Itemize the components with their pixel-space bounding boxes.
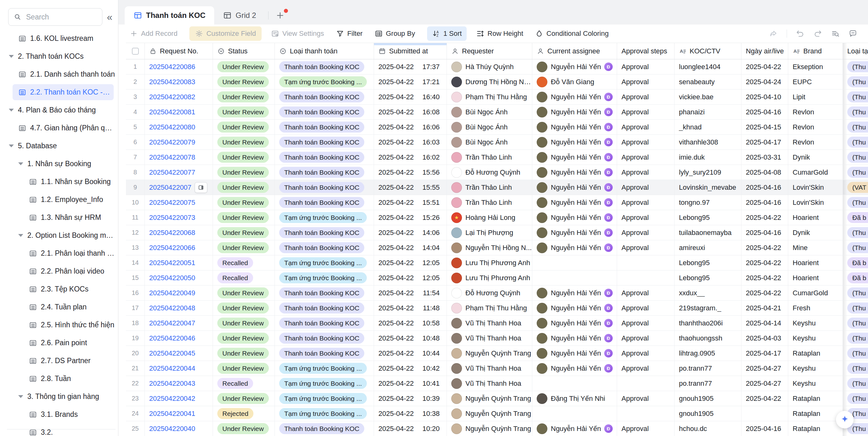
cell-payment-type[interactable]: Thanh toán Booking KOC [275, 225, 374, 240]
cell-submitted-at[interactable]: 2025-04-2210:48 [374, 331, 447, 346]
cell-submitted-at[interactable]: 2025-04-2210:58 [374, 316, 447, 331]
sidebar-item[interactable]: 1.1. Nhân sự Booking [0, 173, 118, 191]
cell-status[interactable]: Under Review [213, 285, 275, 300]
cell-requester[interactable]: Dương Thị Hồng Nh... [447, 74, 532, 89]
sidebar-item[interactable]: 2.1. Danh sách thanh toán [0, 65, 118, 83]
cell-koc-ctv[interactable]: po.trann77 [675, 361, 741, 376]
cell-payment-type[interactable]: Tạm ứng trước Booking ... [275, 406, 374, 421]
cell-loai-ta[interactable]: (Thu [843, 285, 868, 300]
cell-submitted-at[interactable]: 2025-04-2211:54 [374, 285, 447, 300]
cell-current-assignee[interactable]: Nguyễn Hải YếnĐ [532, 195, 617, 210]
cell-koc-ctv[interactable]: thanhthao206i [675, 316, 741, 331]
sidebar-item[interactable]: 1. Nhân sự Booking [0, 155, 118, 173]
cell-air-date[interactable]: 2025-04-22 [741, 210, 788, 225]
table-row[interactable]: 18 202504220047 Under Review Thanh toán … [126, 316, 868, 331]
cell-approval-steps[interactable]: Approval [617, 285, 675, 300]
cell-row-number[interactable]: 7 [126, 150, 145, 165]
cell-brand[interactable]: Rataplan [788, 391, 843, 406]
cell-air-date[interactable]: 2025-04-10 [741, 90, 788, 104]
cell-request-no[interactable]: 202504220075 [145, 195, 213, 210]
column-header-assignee[interactable]: Current assignee [532, 43, 617, 59]
caret-down-icon[interactable] [9, 55, 14, 58]
cell-loai-ta[interactable]: Đã b [843, 210, 868, 225]
column-header-status[interactable]: Status [213, 43, 275, 59]
sidebar-item[interactable]: 2. Thanh toán KOCs [0, 48, 118, 65]
cell-air-date[interactable]: 2025-04-24 [741, 74, 788, 89]
caret-down-icon[interactable] [18, 234, 23, 237]
cell-payment-type[interactable]: Tạm ứng trước Booking ... [275, 376, 374, 391]
cell-request-no[interactable]: 202504220077 [145, 165, 213, 180]
cell-koc-ctv[interactable]: gnouh1905 [675, 391, 741, 406]
cell-koc-ctv[interactable]: gnouh1905 [675, 406, 741, 421]
cell-air-date[interactable]: 2025-03-31 [741, 150, 788, 165]
cell-status[interactable]: Under Review [213, 150, 275, 165]
add-view-button[interactable] [275, 11, 285, 20]
cell-payment-type[interactable]: Thanh toán Booking KOC [275, 180, 374, 195]
cell-status[interactable]: Under Review [213, 90, 275, 104]
cell-submitted-at[interactable]: 2025-04-2210:20 [374, 421, 447, 436]
cell-approval-steps[interactable]: Approval [617, 210, 675, 225]
cell-current-assignee[interactable]: Nguyễn Hải YếnĐ [532, 361, 617, 376]
record-link[interactable]: 202504220086 [149, 63, 195, 71]
column-header-requester[interactable]: Requester [447, 43, 532, 59]
record-link[interactable]: 202504220049 [149, 289, 195, 297]
cell-request-no[interactable]: 202504220047 [145, 316, 213, 331]
cell-air-date[interactable]: 2025-04-22 [741, 391, 788, 406]
cell-approval-steps[interactable]: Approval [617, 180, 675, 195]
cell-requester[interactable]: Hà Thúy Quỳnh [447, 59, 532, 74]
table-row[interactable]: 16 202504220049 Under Review Thanh toán … [126, 285, 868, 301]
cell-current-assignee[interactable]: Nguyễn Hải YếnĐ [532, 285, 617, 300]
cell-brand[interactable]: Rataplan [788, 346, 843, 361]
cell-brand[interactable]: Keyshu [788, 316, 843, 331]
sidebar-item[interactable]: 2.6. Pain point [0, 334, 118, 352]
cell-submitted-at[interactable]: 2025-04-2214:04 [374, 240, 447, 255]
ai-assistant-button[interactable] [836, 411, 854, 429]
cell-status[interactable]: Under Review [213, 195, 275, 210]
cell-current-assignee[interactable]: Nguyễn Hải YếnĐ [532, 120, 617, 134]
cell-status[interactable]: Under Review [213, 361, 275, 376]
cell-approval-steps[interactable]: Approval [617, 120, 675, 134]
cell-current-assignee[interactable]: Nguyễn Hải YếnĐ [532, 135, 617, 150]
record-link[interactable]: 202504220051 [149, 259, 195, 267]
cell-payment-type[interactable]: Thanh toán Booking KOC [275, 195, 374, 210]
cell-submitted-at[interactable]: 2025-04-2216:06 [374, 120, 447, 134]
cell-payment-type[interactable]: Thanh toán Booking KOC [275, 165, 374, 180]
record-link[interactable]: 202504220078 [149, 153, 195, 161]
cell-koc-ctv[interactable]: amireuxi [675, 240, 741, 255]
cell-loai-ta[interactable]: (Thu [843, 195, 868, 210]
cell-payment-type[interactable]: Tạm ứng trước Booking ... [275, 255, 374, 270]
table-row[interactable]: 2 202504220083 Under Review Tạm ứng trướ… [126, 74, 868, 90]
cell-row-number[interactable]: 23 [126, 391, 145, 406]
column-header-type[interactable]: Loại thanh toán [275, 43, 374, 59]
cell-approval-steps[interactable]: Approval [617, 90, 675, 104]
cell-row-number[interactable]: 11 [126, 210, 145, 225]
cell-payment-type[interactable]: Tạm ứng trước Booking ... [275, 210, 374, 225]
cell-row-number[interactable]: 10 [126, 195, 145, 210]
cell-submitted-at[interactable]: 2025-04-2217:21 [374, 74, 447, 89]
sidebar-item[interactable]: 2.7. DS Partner [0, 352, 118, 370]
cell-requester[interactable]: Bùi Ngọc Ánh [447, 104, 532, 119]
cell-row-number[interactable]: 1 [126, 59, 145, 74]
cell-payment-type[interactable]: Thanh toán Booking KOC [275, 240, 374, 255]
cell-row-number[interactable]: 5 [126, 120, 145, 134]
cell-approval-steps[interactable]: Approval [617, 150, 675, 165]
cell-brand[interactable]: Ekseption [788, 59, 843, 74]
toolbar-add-record-button[interactable]: Add Record [130, 30, 178, 38]
cell-koc-ctv[interactable]: Lebong95 [675, 210, 741, 225]
cell-approval-steps[interactable]: Approval [617, 301, 675, 315]
toolbar-group-by-button[interactable]: Group By [375, 30, 415, 38]
cell-koc-ctv[interactable]: tuilabaonemayba [675, 225, 741, 240]
cell-koc-ctv[interactable]: 219stagram._ [675, 301, 741, 315]
cell-requester[interactable]: Trần Thảo Linh [447, 150, 532, 165]
cell-status[interactable]: Under Review [213, 74, 275, 89]
table-row[interactable]: 1 202504220086 Under Review Thanh toán B… [126, 59, 868, 74]
caret-down-icon[interactable] [9, 109, 14, 112]
search-box[interactable] [8, 8, 102, 26]
cell-submitted-at[interactable]: 2025-04-2216:08 [374, 104, 447, 119]
cell-brand[interactable]: CumarGold [788, 285, 843, 300]
record-link[interactable]: 202504220068 [149, 229, 195, 237]
toolbar-filter-button[interactable]: Filter [336, 30, 363, 38]
sidebar-item[interactable]: 4.7. Gian hàng (Phân quyề... [0, 119, 118, 137]
cell-submitted-at[interactable]: 2025-04-2210:42 [374, 361, 447, 376]
cell-payment-type[interactable]: Thanh toán Booking KOC [275, 104, 374, 119]
